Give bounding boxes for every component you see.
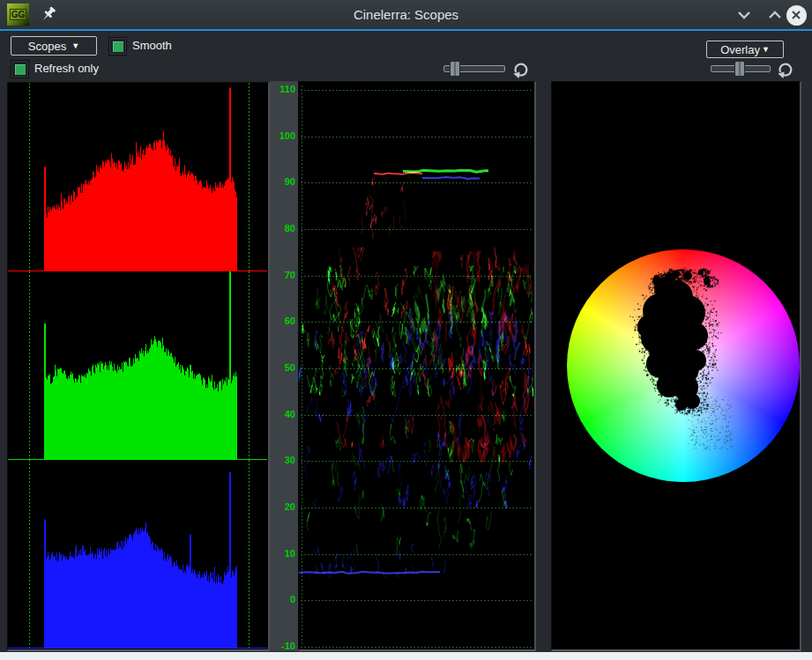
waveform-canvas	[299, 82, 533, 649]
scale-tick-label: 100	[270, 130, 295, 141]
scale-tick-label: 80	[270, 223, 295, 234]
window-close-button[interactable]	[786, 4, 807, 26]
histogram-red	[8, 83, 267, 271]
scale-tick-label: 10	[270, 548, 295, 559]
histogram-red-canvas	[8, 83, 267, 271]
waveform-reset-button[interactable]	[510, 60, 530, 79]
scale-tick-label: 90	[270, 176, 295, 187]
scale-tick-label: 40	[270, 409, 295, 419]
slider-handle[interactable]	[734, 61, 745, 77]
scale-tick-label: 110	[270, 84, 295, 94]
scale-tick-label: 20	[270, 501, 295, 512]
chevron-down-icon	[737, 11, 751, 19]
checkmark-icon	[15, 64, 26, 75]
window-bottom-edge	[0, 652, 812, 660]
window-maximize-button[interactable]	[764, 4, 786, 26]
scale-tick-label: 60	[270, 315, 295, 326]
dropdown-arrow-icon: ▼	[71, 42, 79, 50]
scale-tick-label: -10	[270, 641, 295, 651]
histogram-blue	[8, 460, 267, 649]
waveform-scale-slider[interactable]	[443, 61, 505, 77]
close-icon	[786, 5, 807, 26]
scopes-menu-label: Scopes	[28, 40, 66, 53]
scale-tick-label: 70	[270, 270, 295, 280]
histogram-green-canvas	[8, 271, 267, 460]
waveform-panel	[298, 81, 536, 651]
refresh-only-checkbox[interactable]	[11, 60, 29, 78]
scale-tick-label: 30	[270, 455, 295, 465]
waveform-scale: 1101009080706050403020100-10	[270, 81, 298, 651]
smooth-label: Smooth	[132, 37, 172, 55]
overlay-menu-label: Overlay	[720, 43, 760, 56]
titlebar[interactable]: GG Cinelerra: Scopes	[0, 0, 812, 31]
undo-arrow-icon	[775, 60, 794, 79]
smooth-checkbox[interactable]	[108, 37, 127, 56]
vectorscope-reset-button[interactable]	[775, 60, 794, 79]
histogram-green	[8, 271, 267, 460]
vectorscope-trace-canvas	[552, 82, 799, 649]
histogram-panel	[7, 82, 270, 651]
chevron-up-icon	[768, 11, 782, 19]
undo-arrow-icon	[510, 60, 530, 79]
window-shade-button[interactable]	[734, 4, 755, 26]
scopes-menu-button[interactable]: Scopes ▼	[11, 36, 97, 56]
dropdown-arrow-icon: ▼	[762, 46, 770, 54]
checkmark-icon	[113, 41, 123, 52]
vectorscope-scale-slider[interactable]	[711, 61, 771, 77]
scale-tick-label: 50	[270, 362, 295, 373]
histogram-blue-canvas	[8, 460, 267, 649]
vectorscope-panel	[551, 81, 801, 651]
overlay-menu-button[interactable]: Overlay ▼	[706, 41, 784, 58]
scale-tick-label: 0	[270, 594, 295, 604]
slider-handle[interactable]	[450, 61, 460, 77]
window-title: Cinelerra: Scopes	[0, 0, 812, 29]
scopes-window: GG Cinelerra: Scopes	[0, 0, 812, 660]
refresh-only-label: Refresh only	[34, 60, 99, 78]
